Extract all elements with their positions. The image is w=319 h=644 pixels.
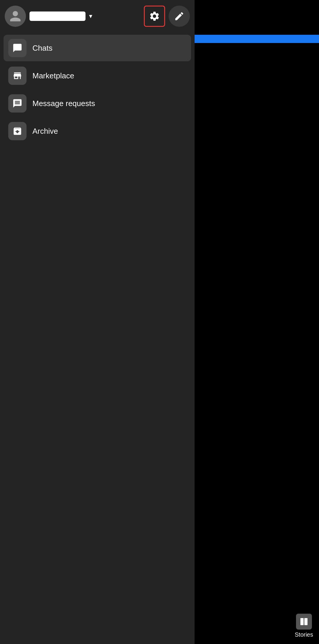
message-requests-icon: [8, 94, 27, 113]
svg-rect-1: [304, 618, 308, 625]
edit-button[interactable]: [169, 6, 190, 27]
svg-rect-0: [300, 618, 304, 625]
chat-icon: [8, 39, 27, 57]
username-pill: [29, 11, 85, 21]
archive-icon: [8, 122, 27, 140]
drawer-header: ▾: [0, 0, 195, 32]
blue-bar: [195, 35, 319, 43]
nav-item-archive[interactable]: Archive: [4, 118, 191, 144]
settings-button[interactable]: [144, 6, 165, 27]
avatar[interactable]: [5, 6, 26, 27]
stories-icon: [296, 614, 312, 630]
marketplace-icon: [8, 67, 27, 85]
right-panel: [195, 0, 319, 644]
chevron-down-icon[interactable]: ▾: [89, 12, 92, 20]
stories-tab[interactable]: Stories: [295, 614, 313, 638]
drawer-menu: ▾ Chats: [0, 0, 195, 644]
chats-label: Chats: [32, 44, 52, 53]
nav-item-message-requests[interactable]: Message requests: [4, 90, 191, 117]
stories-label: Stories: [295, 631, 313, 638]
marketplace-label: Marketplace: [32, 71, 74, 80]
nav-item-marketplace[interactable]: Marketplace: [4, 62, 191, 89]
nav-item-chats[interactable]: Chats: [4, 35, 191, 61]
message-requests-label: Message requests: [32, 99, 95, 108]
nav-list: Chats Marketplace Message requests: [0, 32, 195, 147]
archive-label: Archive: [32, 127, 58, 136]
